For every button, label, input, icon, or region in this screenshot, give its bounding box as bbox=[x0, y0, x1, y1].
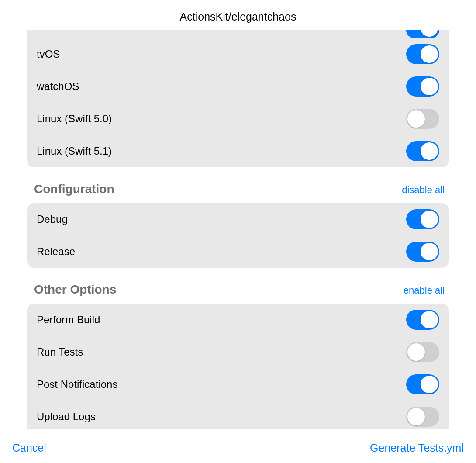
table-row: Perform Build bbox=[27, 304, 449, 336]
table-row: Linux (Swift 5.1) bbox=[27, 135, 449, 167]
toggle-linux-swift-5-1[interactable] bbox=[406, 141, 439, 161]
toggle-watchos[interactable] bbox=[406, 76, 439, 97]
row-label: Linux (Swift 5.0) bbox=[37, 113, 112, 125]
other-options-card: Perform Build Run Tests Post Notificatio… bbox=[27, 304, 449, 429]
disable-all-button[interactable]: disable all bbox=[402, 184, 445, 196]
section-title: Configuration bbox=[34, 182, 114, 196]
toggle-post-notifications[interactable] bbox=[406, 374, 439, 394]
row-label: Perform Build bbox=[37, 314, 100, 326]
toggle-release[interactable] bbox=[406, 242, 439, 262]
toggle-perform-build[interactable] bbox=[406, 310, 439, 330]
table-row: watchOS bbox=[27, 70, 449, 103]
table-row: Debug bbox=[27, 203, 449, 235]
toggle-peek[interactable] bbox=[406, 30, 439, 38]
platforms-card: tvOS watchOS Linux (Swift 5.0) Linux (Sw… bbox=[27, 30, 449, 167]
cancel-button[interactable]: Cancel bbox=[12, 442, 46, 454]
row-label: Upload Logs bbox=[37, 411, 96, 423]
row-label: Debug bbox=[37, 213, 68, 225]
toggle-tvos[interactable] bbox=[406, 44, 439, 64]
table-row: Run Tests bbox=[27, 336, 449, 368]
section-title: Other Options bbox=[34, 283, 116, 297]
configuration-card: Debug Release bbox=[27, 203, 449, 268]
table-row: Linux (Swift 5.0) bbox=[27, 103, 449, 135]
enable-all-button[interactable]: enable all bbox=[404, 285, 445, 296]
toggle-linux-swift-5-0[interactable] bbox=[406, 109, 439, 129]
section-header-configuration: Configuration disable all bbox=[27, 167, 449, 203]
row-label: Post Notifications bbox=[37, 378, 117, 390]
toggle-debug[interactable] bbox=[406, 209, 439, 229]
table-row: Post Notifications bbox=[27, 368, 449, 401]
header: ActionsKit/elegantchaos bbox=[0, 0, 476, 30]
row-label: watchOS bbox=[37, 80, 79, 93]
table-row-peek bbox=[27, 30, 449, 38]
page-title: ActionsKit/elegantchaos bbox=[0, 10, 476, 23]
row-label: tvOS bbox=[37, 48, 60, 60]
toggle-run-tests[interactable] bbox=[406, 342, 439, 362]
content-area: tvOS watchOS Linux (Swift 5.0) Linux (Sw… bbox=[0, 30, 476, 429]
row-label: Run Tests bbox=[37, 346, 83, 358]
table-row: Upload Logs bbox=[27, 401, 449, 429]
row-label: Release bbox=[37, 245, 75, 258]
table-row: tvOS bbox=[27, 38, 449, 70]
row-label: Linux (Swift 5.1) bbox=[37, 145, 112, 157]
table-row: Release bbox=[27, 235, 449, 268]
section-header-other-options: Other Options enable all bbox=[27, 268, 449, 304]
toggle-upload-logs[interactable] bbox=[406, 407, 439, 427]
footer: Cancel Generate Tests.yml bbox=[0, 429, 476, 463]
generate-button[interactable]: Generate Tests.yml bbox=[370, 442, 464, 454]
